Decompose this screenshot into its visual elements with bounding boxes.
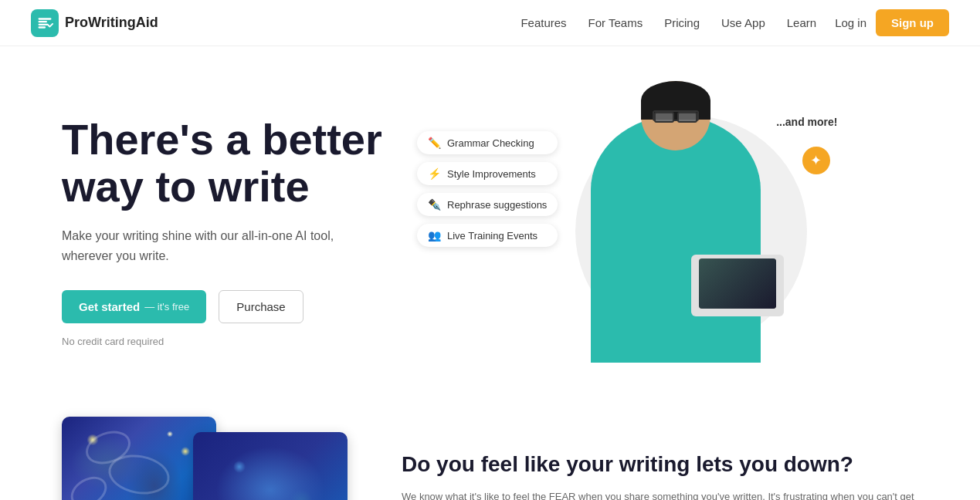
- feature-pill-style: ⚡ Style Improvements: [417, 162, 558, 185]
- hero-illustration: ...and more! ✦: [560, 100, 822, 363]
- rephrase-icon: ✒️: [428, 198, 441, 211]
- training-icon: 👥: [428, 229, 441, 242]
- laptop-screen: [699, 258, 776, 309]
- section2-images: My idea in my head: [62, 417, 355, 500]
- login-button[interactable]: Log in: [835, 16, 866, 29]
- person-figure: [591, 116, 761, 363]
- logo-icon: [31, 9, 59, 37]
- person-head: [641, 81, 710, 150]
- section2-body: We know what it's like to feel the FEAR …: [402, 489, 918, 500]
- signup-button[interactable]: Sign up: [876, 9, 949, 36]
- nav-pricing[interactable]: Pricing: [664, 16, 700, 29]
- feature-pill-grammar: ✏️ Grammar Checking: [417, 131, 558, 154]
- swirl-3: [66, 471, 113, 500]
- nav-links: Features For Teams Pricing Use App Learn: [521, 16, 816, 30]
- section2-title: Do you feel like your writing lets you d…: [402, 451, 918, 478]
- feature-pill-training: 👥 Live Training Events: [417, 224, 558, 247]
- nav-learn[interactable]: Learn: [787, 16, 816, 29]
- purchase-button[interactable]: Purchase: [219, 290, 303, 323]
- feature-pill-rephrase: ✒️ Rephrase suggestions: [417, 193, 558, 216]
- navbar: ProWritingAid Features For Teams Pricing…: [0, 0, 980, 46]
- hero-left: There's a better way to write Make your …: [62, 116, 463, 347]
- and-more-label: ...and more!: [776, 116, 837, 128]
- hero-subtitle: Make your writing shine with our all-in-…: [62, 226, 355, 265]
- feature-pills: ✏️ Grammar Checking ⚡ Style Improvements…: [417, 131, 558, 247]
- hero-right: ✏️ Grammar Checking ⚡ Style Improvements…: [463, 93, 918, 370]
- grammar-icon: ✏️: [428, 137, 441, 149]
- nav-for-teams[interactable]: For Teams: [588, 16, 643, 29]
- logo-text: ProWritingAid: [65, 15, 158, 31]
- section2: My idea in my head Do you feel like your…: [0, 401, 980, 500]
- hero-title: There's a better way to write: [62, 116, 463, 211]
- logo-link[interactable]: ProWritingAid: [31, 9, 158, 37]
- nav-use-app[interactable]: Use App: [721, 16, 765, 29]
- star-badge: ✦: [802, 147, 830, 174]
- no-credit-text: No credit card required: [62, 336, 463, 347]
- laptop: [691, 255, 784, 316]
- nav-features[interactable]: Features: [521, 16, 566, 29]
- image-card-front: My idea in my head: [193, 432, 348, 500]
- get-started-button[interactable]: Get started — it's free: [62, 290, 206, 323]
- style-icon: ⚡: [428, 167, 441, 180]
- hero-section: There's a better way to write Make your …: [0, 46, 980, 401]
- person-glasses: [653, 110, 699, 121]
- section2-text: Do you feel like your writing lets you d…: [402, 451, 918, 500]
- hero-buttons: Get started — it's free Purchase: [62, 290, 463, 323]
